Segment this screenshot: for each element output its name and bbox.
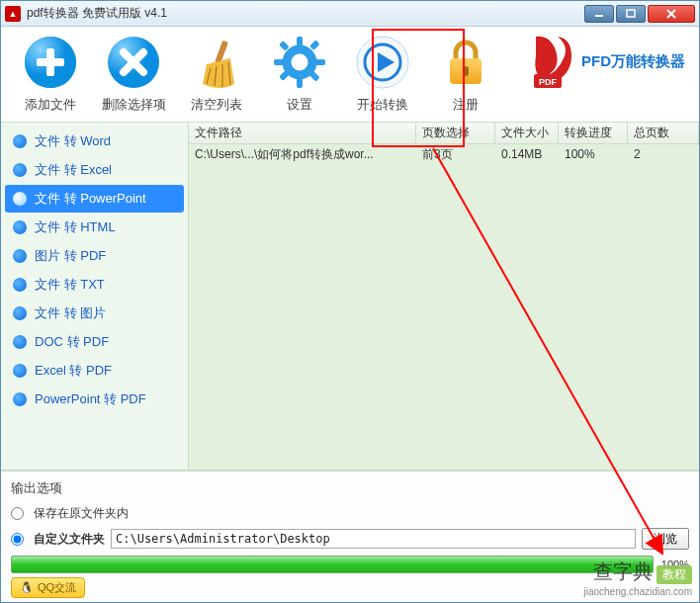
sidebar-item-html[interactable]: 文件 转 HTML	[5, 214, 184, 241]
clear-list-button[interactable]: 清空列表	[175, 33, 258, 114]
qq-label: QQ交流	[38, 580, 76, 595]
svg-rect-7	[37, 58, 64, 66]
radio-keep-original[interactable]	[11, 507, 24, 520]
custom-path-input[interactable]	[111, 529, 636, 549]
th-total[interactable]: 总页数	[628, 123, 699, 143]
clear-list-label: 清空列表	[175, 96, 258, 114]
label-keep-original[interactable]: 保存在原文件夹内	[34, 505, 129, 522]
table-header: 文件路径 页数选择 文件大小 转换进度 总页数	[189, 123, 699, 144]
svg-text:PDF: PDF	[539, 77, 558, 87]
register-button[interactable]: 注册	[424, 33, 507, 114]
browse-button[interactable]: 浏览	[642, 528, 689, 550]
play-circle-icon	[353, 33, 412, 92]
progress-value: 100%	[659, 559, 689, 570]
svg-rect-21	[279, 41, 290, 51]
logo-area: PDF PFD万能转换器	[528, 33, 691, 90]
window-buttons	[582, 5, 695, 23]
pdf-logo-icon: PDF	[528, 33, 577, 90]
td-size: 0.14MB	[495, 147, 559, 161]
bullet-icon	[13, 192, 27, 206]
bullet-icon	[13, 278, 27, 292]
sidebar-item-label: DOC 转 PDF	[35, 333, 109, 351]
sidebar-item-label: 文件 转 Excel	[35, 161, 112, 179]
th-pages[interactable]: 页数选择	[416, 123, 495, 143]
svg-point-16	[287, 49, 312, 75]
broom-icon	[187, 33, 246, 92]
sidebar-item-label: 文件 转 图片	[35, 304, 106, 322]
logo-text: PFD万能转换器	[581, 52, 685, 71]
close-button[interactable]	[648, 5, 695, 23]
content-area: 文件路径 页数选择 文件大小 转换进度 总页数 C:\Users\...\如何将…	[189, 122, 699, 470]
sidebar-item-label: 文件 转 PowerPoint	[35, 190, 146, 208]
sidebar-item-label: 图片 转 PDF	[35, 247, 106, 265]
td-total: 2	[628, 147, 699, 161]
progress-row: 100%	[11, 556, 689, 573]
bullet-icon	[13, 364, 27, 378]
svg-rect-20	[315, 59, 325, 65]
sidebar-item-powerpoint[interactable]: 文件 转 PowerPoint	[5, 185, 184, 213]
sidebar-item-label: 文件 转 TXT	[35, 276, 105, 294]
bullet-icon	[13, 335, 27, 349]
main-area: 文件 转 Word 文件 转 Excel 文件 转 PowerPoint 文件 …	[1, 122, 699, 470]
lock-icon	[436, 33, 495, 92]
svg-rect-17	[297, 37, 303, 46]
sidebar-item-excel[interactable]: 文件 转 Excel	[5, 156, 184, 184]
register-label: 注册	[424, 96, 507, 114]
plus-circle-icon	[21, 33, 80, 92]
add-file-button[interactable]: 添加文件	[9, 33, 92, 114]
sidebar-item-img2pdf[interactable]: 图片 转 PDF	[5, 242, 184, 270]
add-file-label: 添加文件	[9, 96, 92, 114]
radio-custom-folder[interactable]	[11, 533, 24, 546]
sidebar-item-label: Excel 转 PDF	[35, 362, 112, 380]
sidebar: 文件 转 Word 文件 转 Excel 文件 转 PowerPoint 文件 …	[1, 122, 189, 470]
bullet-icon	[13, 306, 27, 320]
table-row[interactable]: C:\Users\...\如何将pdf转换成wor... 前3页 0.14MB …	[189, 144, 699, 164]
x-circle-icon	[104, 33, 163, 92]
sidebar-item-label: 文件 转 Word	[35, 132, 111, 150]
svg-rect-29	[463, 66, 469, 76]
sidebar-item-word[interactable]: 文件 转 Word	[5, 128, 184, 155]
th-progress[interactable]: 转换进度	[559, 123, 628, 143]
app-window: ▲ pdf转换器 免费试用版 v4.1 添加文件 删除选择项 清空列表	[0, 0, 700, 603]
sidebar-item-file2img[interactable]: 文件 转 图片	[5, 300, 184, 327]
table-body[interactable]: C:\Users\...\如何将pdf转换成wor... 前3页 0.14MB …	[189, 144, 699, 470]
progress-bar	[11, 556, 654, 573]
svg-rect-1	[627, 10, 635, 17]
output-section: 输出选项 保存在原文件夹内 自定义文件夹 浏览 100% 🐧 QQ交流	[1, 470, 699, 602]
td-path: C:\Users\...\如何将pdf转换成wor...	[189, 146, 416, 163]
td-progress: 100%	[559, 147, 628, 161]
start-convert-button[interactable]: 开始转换	[341, 33, 424, 114]
sidebar-item-doc2pdf[interactable]: DOC 转 PDF	[5, 328, 184, 356]
td-pages: 前3页	[416, 146, 495, 163]
option-keep-row: 保存在原文件夹内	[11, 505, 689, 522]
settings-button[interactable]: 设置	[258, 33, 341, 114]
minimize-button[interactable]	[584, 5, 614, 23]
remove-selected-label: 删除选择项	[92, 96, 175, 114]
svg-rect-19	[274, 59, 284, 65]
bullet-icon	[13, 163, 27, 177]
app-icon: ▲	[5, 6, 21, 22]
gear-icon	[270, 33, 329, 92]
bullet-icon	[13, 134, 27, 148]
qq-icon: 🐧	[20, 581, 34, 594]
window-title: pdf转换器 免费试用版 v4.1	[27, 5, 582, 22]
sidebar-item-excel2pdf[interactable]: Excel 转 PDF	[5, 357, 184, 385]
toolbar: 添加文件 删除选择项 清空列表 设置 开始转换	[1, 27, 699, 122]
sidebar-item-label: 文件 转 HTML	[35, 218, 116, 236]
bullet-icon	[13, 249, 27, 263]
remove-selected-button[interactable]: 删除选择项	[92, 33, 175, 114]
sidebar-item-label: PowerPoint 转 PDF	[35, 390, 146, 408]
sidebar-item-txt[interactable]: 文件 转 TXT	[5, 271, 184, 299]
settings-label: 设置	[258, 96, 341, 114]
th-size[interactable]: 文件大小	[495, 123, 559, 143]
th-path[interactable]: 文件路径	[189, 123, 416, 143]
output-title: 输出选项	[11, 479, 689, 497]
start-convert-label: 开始转换	[341, 96, 424, 114]
qq-chat-button[interactable]: 🐧 QQ交流	[11, 577, 85, 598]
bullet-icon	[13, 392, 27, 406]
maximize-button[interactable]	[616, 5, 646, 23]
label-custom-folder[interactable]: 自定义文件夹	[34, 531, 105, 548]
sidebar-item-ppt2pdf[interactable]: PowerPoint 转 PDF	[5, 386, 184, 413]
option-custom-row: 自定义文件夹 浏览	[11, 528, 689, 550]
titlebar: ▲ pdf转换器 免费试用版 v4.1	[1, 1, 699, 27]
